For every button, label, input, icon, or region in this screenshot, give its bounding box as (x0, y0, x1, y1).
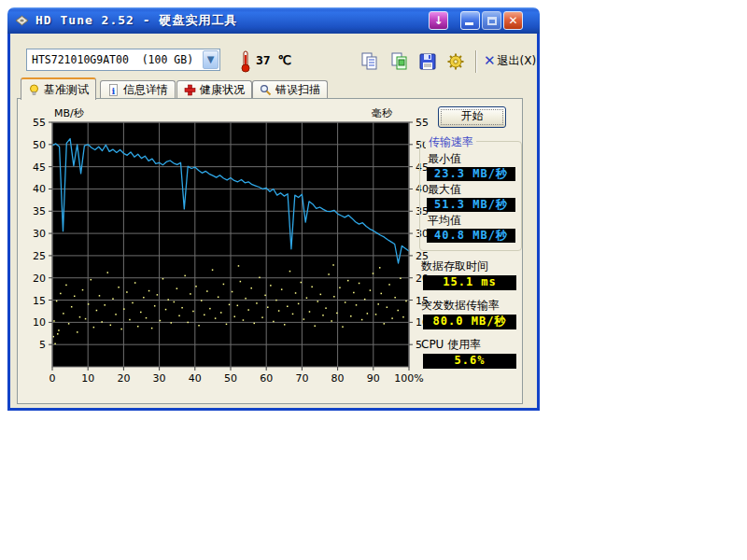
thermometer-icon (239, 50, 252, 73)
tab-error-scan[interactable]: 错误扫描 (252, 80, 328, 99)
svg-text:i: i (112, 86, 116, 96)
access-time-label: 数据存取时间 (421, 259, 488, 274)
svg-text:10: 10 (33, 316, 46, 329)
info-icon: i (107, 84, 120, 96)
svg-text:50: 50 (33, 139, 46, 151)
tab-label: 错误扫描 (275, 82, 320, 98)
svg-text:55: 55 (33, 117, 46, 129)
group-title: 传输速率 (426, 134, 476, 150)
svg-text:35: 35 (33, 205, 46, 217)
cpu-usage-label: CPU 使用率 (421, 337, 481, 353)
exit-x-icon: ✕ (484, 52, 496, 69)
copy-text-icon[interactable] (359, 52, 380, 71)
svg-text:50: 50 (224, 372, 237, 385)
svg-text:45: 45 (33, 161, 46, 174)
svg-text:40: 40 (33, 183, 46, 195)
svg-text:60: 60 (260, 372, 273, 385)
svg-text:10: 10 (81, 372, 94, 385)
drive-select-value: HTS721010G9AT00 (100 GB) (27, 53, 203, 66)
benchmark-chart: 5510101515202025253030353540404545505055… (18, 99, 447, 388)
svg-text:40: 40 (189, 372, 202, 385)
svg-text:100%: 100% (394, 372, 423, 385)
app-icon[interactable] (14, 13, 30, 28)
svg-text:5: 5 (39, 339, 46, 351)
maximize-icon (487, 17, 497, 25)
start-button[interactable]: 开始 (438, 106, 506, 128)
minimize-icon (465, 22, 473, 25)
drive-select[interactable]: HTS721010G9AT00 (100 GB) ▼ (26, 49, 220, 71)
svg-text:90: 90 (367, 372, 380, 385)
title-bar[interactable]: HD Tune 2.52 - 硬盘实用工具 ↓ ✕ (7, 7, 540, 34)
tab-health[interactable]: 健康状况 (176, 80, 252, 99)
min-value-display: 23.3 MB/秒 (427, 167, 515, 181)
toolbar-separator (475, 50, 477, 73)
max-value-display: 51.3 MB/秒 (427, 198, 515, 212)
svg-text:15: 15 (33, 295, 46, 307)
desktop: HD Tune 2.52 - 硬盘实用工具 ↓ ✕ HTS721010G9AT0… (0, 0, 747, 560)
scan-icon (260, 84, 272, 96)
download-button[interactable]: ↓ (429, 11, 448, 30)
tab-info[interactable]: i 信息详情 (100, 80, 176, 99)
chevron-down-icon[interactable]: ▼ (203, 50, 218, 69)
burst-rate-display: 80.0 MB/秒 (423, 315, 516, 329)
tab-benchmark[interactable]: 基准测试 (21, 77, 96, 100)
transfer-rate-group: 传输速率 最小值 23.3 MB/秒 最大值 51.3 MB/秒 平均值 40.… (419, 141, 522, 251)
svg-text:55: 55 (416, 117, 429, 129)
burst-rate-label: 突发数据传输率 (421, 298, 500, 314)
window-title: HD Tune 2.52 - 硬盘实用工具 (35, 12, 237, 29)
tab-label: 信息详情 (123, 82, 168, 98)
tab-label: 基准测试 (44, 82, 89, 98)
svg-text:20: 20 (117, 372, 130, 385)
access-time-display: 15.1 ms (423, 275, 516, 290)
avg-label: 平均值 (428, 213, 461, 229)
svg-text:0: 0 (49, 372, 56, 385)
svg-text:30: 30 (153, 372, 166, 385)
save-screenshot-icon[interactable] (417, 52, 438, 71)
svg-text:30: 30 (33, 228, 46, 240)
temperature-value: 37 ℃ (256, 53, 291, 67)
svg-text:25: 25 (33, 250, 46, 262)
avg-value-display: 40.8 MB/秒 (427, 229, 515, 243)
close-button[interactable]: ✕ (503, 11, 523, 30)
minimize-button[interactable] (460, 11, 480, 30)
min-label: 最小值 (428, 151, 461, 167)
tab-label: 健康状况 (200, 82, 245, 98)
exit-label: 退出(X) (498, 53, 537, 69)
benchmark-panel: MB/秒 毫秒 55101015152020252530303535404045… (17, 98, 523, 404)
max-label: 最大值 (428, 182, 461, 198)
options-icon[interactable] (445, 52, 466, 71)
copy-screenshot-icon[interactable] (389, 52, 410, 71)
svg-text:80: 80 (331, 372, 345, 385)
svg-text:20: 20 (33, 273, 46, 285)
cpu-usage-display: 5.6% (423, 354, 516, 369)
hd-tune-window: HD Tune 2.52 - 硬盘实用工具 ↓ ✕ HTS721010G9AT0… (7, 7, 540, 411)
benchmark-icon (28, 84, 40, 96)
exit-button[interactable]: ✕ 退出(X) (484, 52, 536, 69)
svg-text:70: 70 (295, 372, 308, 385)
health-icon (184, 84, 196, 96)
maximize-button[interactable] (482, 11, 501, 30)
